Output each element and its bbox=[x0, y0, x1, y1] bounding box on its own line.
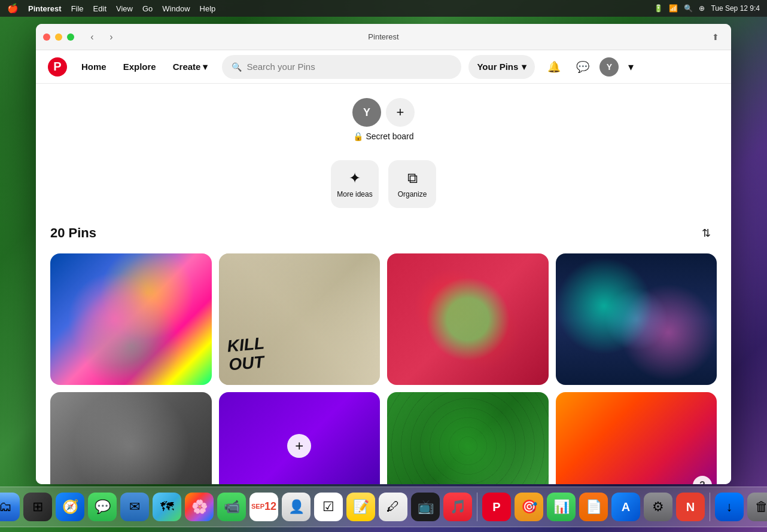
menubar-edit[interactable]: Edit bbox=[93, 4, 106, 13]
pinterest-logo[interactable]: P bbox=[48, 57, 67, 77]
board-user-initial: Y bbox=[363, 106, 370, 119]
dock-icon-mail[interactable]: ✉ bbox=[120, 493, 149, 521]
menubar-go[interactable]: Go bbox=[142, 4, 153, 13]
window-nav-buttons: ‹ › bbox=[84, 29, 120, 45]
window-title: Pinterest bbox=[368, 32, 398, 41]
pinterest-logo-letter: P bbox=[53, 60, 61, 74]
account-chevron[interactable]: ▾ bbox=[623, 60, 638, 74]
dock-icon-maps[interactable]: 🗺 bbox=[153, 493, 181, 521]
dock-icon-calendar[interactable]: SEP12 bbox=[249, 493, 278, 521]
organize-icon: ⧉ bbox=[407, 170, 418, 186]
menubar-battery: 🔋 bbox=[654, 4, 663, 13]
window-forward-button[interactable]: › bbox=[103, 29, 120, 45]
dock-divider bbox=[477, 493, 477, 521]
menubar-search[interactable]: 🔍 bbox=[684, 4, 693, 13]
menubar-view[interactable]: View bbox=[116, 4, 133, 13]
pins-grid: KILLOUT + ? bbox=[50, 253, 717, 484]
your-pins-button[interactable]: Your Pins ▾ bbox=[468, 55, 535, 79]
user-initial: Y bbox=[607, 62, 612, 72]
window-controls bbox=[43, 33, 74, 41]
dock-icon-freeform[interactable]: 🖊 bbox=[379, 493, 407, 521]
menubar-help[interactable]: Help bbox=[200, 4, 216, 13]
board-add-button[interactable]: + bbox=[386, 98, 415, 127]
menubar-right: 🔋 📶 🔍 ⊕ Tue Sep 12 9:4 bbox=[654, 4, 760, 13]
pin-card-4[interactable] bbox=[556, 253, 717, 385]
pin-6-plus-icon: + bbox=[287, 434, 311, 458]
dock-icon-music[interactable]: 🎵 bbox=[443, 493, 472, 521]
pin-card-7[interactable] bbox=[387, 392, 549, 484]
nav-explore-link[interactable]: Explore bbox=[116, 57, 163, 77]
menubar-controlcenter[interactable]: ⊕ bbox=[699, 4, 705, 13]
pins-section: 20 Pins ⇅ KILLOUT + bbox=[36, 222, 731, 484]
your-pins-chevron: ▾ bbox=[522, 62, 526, 72]
menubar-window[interactable]: Window bbox=[162, 4, 190, 13]
apple-menu[interactable]: 🍎 bbox=[7, 3, 19, 14]
dock-icon-finder[interactable]: 🗂 bbox=[0, 493, 20, 521]
more-ideas-button[interactable]: ✦ More ideas bbox=[331, 160, 379, 208]
dock-icon-pinterest[interactable]: P bbox=[482, 493, 511, 521]
dock-icon-appstore[interactable]: A bbox=[611, 493, 640, 521]
dock-icon-reminders[interactable]: ☑ bbox=[314, 493, 343, 521]
dock-icon-keynote[interactable]: 🎯 bbox=[515, 493, 543, 521]
search-bar[interactable]: 🔍 Search your Pins bbox=[222, 55, 461, 79]
board-avatars: Y + bbox=[352, 98, 415, 127]
menubar-file[interactable]: File bbox=[71, 4, 84, 13]
window-titlebar: ‹ › Pinterest ⬆ bbox=[36, 24, 731, 50]
search-icon: 🔍 bbox=[232, 62, 242, 72]
menubar: 🍎 Pinterest File Edit View Go Window Hel… bbox=[0, 0, 767, 17]
search-placeholder-text: Search your Pins bbox=[246, 62, 315, 72]
dock-icon-pages[interactable]: 📄 bbox=[579, 493, 608, 521]
pin-card-1[interactable] bbox=[50, 253, 212, 385]
nav-home-link[interactable]: Home bbox=[74, 57, 114, 77]
notifications-button[interactable]: 🔔 bbox=[542, 55, 566, 79]
menubar-time: Tue Sep 12 9:4 bbox=[711, 4, 760, 13]
board-user-avatar: Y bbox=[352, 98, 381, 127]
dock-icon-news[interactable]: N bbox=[676, 493, 705, 521]
user-avatar[interactable]: Y bbox=[599, 57, 619, 77]
pin-card-6[interactable]: + bbox=[219, 392, 381, 484]
menubar-wifi: 📶 bbox=[669, 4, 678, 13]
pinterest-window: ‹ › Pinterest ⬆ P Home Explore Create ▾ … bbox=[36, 24, 731, 484]
more-ideas-icon: ✦ bbox=[349, 170, 361, 186]
pins-header: 20 Pins ⇅ bbox=[50, 222, 717, 244]
pin-card-2[interactable]: KILLOUT bbox=[219, 253, 381, 385]
dock-icon-trash[interactable]: 🗑 bbox=[747, 493, 767, 521]
dock-icon-photos[interactable]: 🌸 bbox=[185, 493, 214, 521]
window-maximize-button[interactable] bbox=[67, 33, 74, 41]
window-minimize-button[interactable] bbox=[55, 33, 62, 41]
more-ideas-label: More ideas bbox=[337, 190, 372, 198]
pin-card-3[interactable] bbox=[387, 253, 549, 385]
nav-create-label: Create bbox=[173, 62, 201, 72]
filter-icon: ⇅ bbox=[702, 227, 711, 240]
window-share-button[interactable]: ⬆ bbox=[707, 29, 724, 45]
dock-icon-appletv[interactable]: 📺 bbox=[411, 493, 440, 521]
dock-icon-settings[interactable]: ⚙ bbox=[644, 493, 672, 521]
window-close-button[interactable] bbox=[43, 33, 50, 41]
dock-icon-messages[interactable]: 💬 bbox=[88, 493, 117, 521]
dock-divider-2 bbox=[710, 493, 710, 521]
dock-icon-numbers[interactable]: 📊 bbox=[547, 493, 576, 521]
nav-icons: 🔔 💬 Y ▾ bbox=[542, 55, 638, 79]
window-back-button[interactable]: ‹ bbox=[84, 29, 101, 45]
menubar-app-name[interactable]: Pinterest bbox=[28, 4, 62, 13]
lock-icon: 🔒 bbox=[353, 132, 363, 141]
messages-button[interactable]: 💬 bbox=[571, 55, 595, 79]
dock: 🗂 ⊞ 🧭 💬 ✉ 🗺 🌸 📹 SEP12 👤 ☑ 📝 🖊 📺 🎵 P 🎯 📊 … bbox=[0, 487, 767, 527]
dock-icon-contacts[interactable]: 👤 bbox=[282, 493, 311, 521]
organize-label: Organize bbox=[398, 190, 427, 198]
pin-card-5[interactable] bbox=[50, 392, 212, 484]
pin-card-8[interactable]: ? bbox=[556, 392, 717, 484]
nav-create-link[interactable]: Create ▾ bbox=[166, 57, 215, 77]
dock-icon-safari[interactable]: 🧭 bbox=[56, 493, 84, 521]
secret-board-text: Secret board bbox=[366, 132, 413, 141]
filter-button[interactable]: ⇅ bbox=[695, 222, 717, 244]
dock-icon-facetime[interactable]: 📹 bbox=[217, 493, 246, 521]
secret-board-section: Y + 🔒 Secret board bbox=[352, 84, 415, 151]
secret-board-label: 🔒 Secret board bbox=[353, 132, 413, 141]
organize-button[interactable]: ⧉ Organize bbox=[388, 160, 436, 208]
dock-icon-notes[interactable]: 📝 bbox=[346, 493, 375, 521]
dock-icon-launchpad[interactable]: ⊞ bbox=[23, 493, 52, 521]
nav-create-chevron: ▾ bbox=[203, 62, 208, 72]
dock-icon-download[interactable]: ↓ bbox=[715, 493, 744, 521]
pin-8-question-mark: ? bbox=[693, 476, 712, 484]
